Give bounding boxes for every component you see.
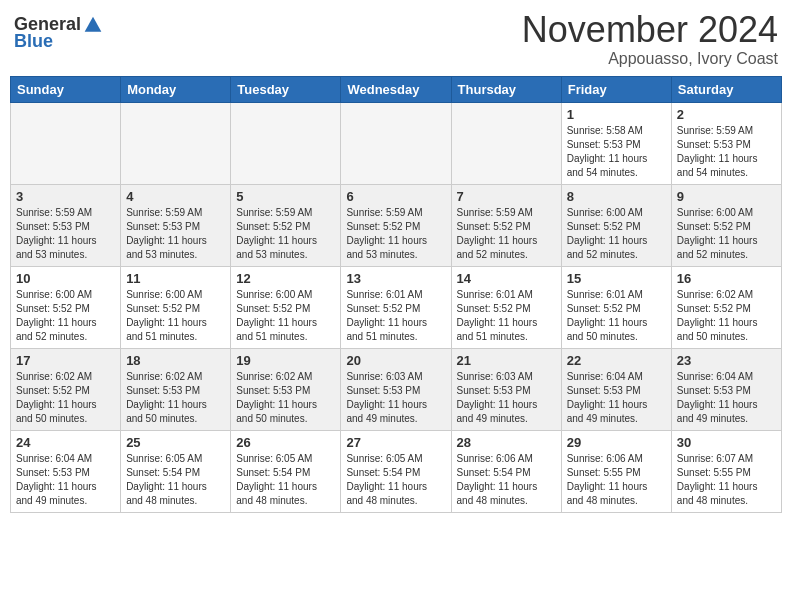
- weekday-header-sunday: Sunday: [11, 76, 121, 102]
- day-number: 12: [236, 271, 335, 286]
- calendar-week-row: 17Sunrise: 6:02 AM Sunset: 5:52 PM Dayli…: [11, 348, 782, 430]
- day-info: Sunrise: 5:59 AM Sunset: 5:53 PM Dayligh…: [16, 206, 115, 262]
- calendar-table: SundayMondayTuesdayWednesdayThursdayFrid…: [10, 76, 782, 513]
- day-info: Sunrise: 5:59 AM Sunset: 5:52 PM Dayligh…: [457, 206, 556, 262]
- day-info: Sunrise: 6:02 AM Sunset: 5:53 PM Dayligh…: [236, 370, 335, 426]
- day-number: 19: [236, 353, 335, 368]
- day-number: 4: [126, 189, 225, 204]
- day-number: 23: [677, 353, 776, 368]
- weekday-header-tuesday: Tuesday: [231, 76, 341, 102]
- weekday-header-row: SundayMondayTuesdayWednesdayThursdayFrid…: [11, 76, 782, 102]
- logo-icon: [83, 15, 103, 35]
- weekday-header-wednesday: Wednesday: [341, 76, 451, 102]
- day-number: 5: [236, 189, 335, 204]
- logo: General Blue: [14, 14, 103, 52]
- calendar-day-cell: [231, 102, 341, 184]
- day-info: Sunrise: 6:02 AM Sunset: 5:53 PM Dayligh…: [126, 370, 225, 426]
- day-number: 20: [346, 353, 445, 368]
- day-info: Sunrise: 5:59 AM Sunset: 5:53 PM Dayligh…: [677, 124, 776, 180]
- calendar-day-cell: 16Sunrise: 6:02 AM Sunset: 5:52 PM Dayli…: [671, 266, 781, 348]
- calendar-day-cell: 23Sunrise: 6:04 AM Sunset: 5:53 PM Dayli…: [671, 348, 781, 430]
- day-number: 8: [567, 189, 666, 204]
- calendar-day-cell: 17Sunrise: 6:02 AM Sunset: 5:52 PM Dayli…: [11, 348, 121, 430]
- calendar-day-cell: 8Sunrise: 6:00 AM Sunset: 5:52 PM Daylig…: [561, 184, 671, 266]
- logo-blue-text: Blue: [14, 31, 53, 52]
- calendar-day-cell: 15Sunrise: 6:01 AM Sunset: 5:52 PM Dayli…: [561, 266, 671, 348]
- day-info: Sunrise: 5:59 AM Sunset: 5:52 PM Dayligh…: [346, 206, 445, 262]
- calendar-day-cell: 11Sunrise: 6:00 AM Sunset: 5:52 PM Dayli…: [121, 266, 231, 348]
- calendar-day-cell: 12Sunrise: 6:00 AM Sunset: 5:52 PM Dayli…: [231, 266, 341, 348]
- calendar-day-cell: 1Sunrise: 5:58 AM Sunset: 5:53 PM Daylig…: [561, 102, 671, 184]
- day-info: Sunrise: 6:03 AM Sunset: 5:53 PM Dayligh…: [457, 370, 556, 426]
- day-info: Sunrise: 6:01 AM Sunset: 5:52 PM Dayligh…: [567, 288, 666, 344]
- calendar-week-row: 24Sunrise: 6:04 AM Sunset: 5:53 PM Dayli…: [11, 430, 782, 512]
- calendar-day-cell: 29Sunrise: 6:06 AM Sunset: 5:55 PM Dayli…: [561, 430, 671, 512]
- day-info: Sunrise: 6:00 AM Sunset: 5:52 PM Dayligh…: [567, 206, 666, 262]
- day-number: 9: [677, 189, 776, 204]
- calendar-day-cell: 28Sunrise: 6:06 AM Sunset: 5:54 PM Dayli…: [451, 430, 561, 512]
- calendar-day-cell: 4Sunrise: 5:59 AM Sunset: 5:53 PM Daylig…: [121, 184, 231, 266]
- calendar-day-cell: 30Sunrise: 6:07 AM Sunset: 5:55 PM Dayli…: [671, 430, 781, 512]
- day-number: 10: [16, 271, 115, 286]
- calendar-day-cell: 27Sunrise: 6:05 AM Sunset: 5:54 PM Dayli…: [341, 430, 451, 512]
- day-info: Sunrise: 6:04 AM Sunset: 5:53 PM Dayligh…: [16, 452, 115, 508]
- day-number: 2: [677, 107, 776, 122]
- day-info: Sunrise: 6:01 AM Sunset: 5:52 PM Dayligh…: [457, 288, 556, 344]
- day-info: Sunrise: 6:06 AM Sunset: 5:55 PM Dayligh…: [567, 452, 666, 508]
- calendar-day-cell: 25Sunrise: 6:05 AM Sunset: 5:54 PM Dayli…: [121, 430, 231, 512]
- day-number: 30: [677, 435, 776, 450]
- day-number: 16: [677, 271, 776, 286]
- calendar-day-cell: 21Sunrise: 6:03 AM Sunset: 5:53 PM Dayli…: [451, 348, 561, 430]
- day-number: 26: [236, 435, 335, 450]
- calendar-day-cell: 7Sunrise: 5:59 AM Sunset: 5:52 PM Daylig…: [451, 184, 561, 266]
- day-number: 24: [16, 435, 115, 450]
- day-info: Sunrise: 6:07 AM Sunset: 5:55 PM Dayligh…: [677, 452, 776, 508]
- day-info: Sunrise: 6:03 AM Sunset: 5:53 PM Dayligh…: [346, 370, 445, 426]
- day-info: Sunrise: 6:02 AM Sunset: 5:52 PM Dayligh…: [16, 370, 115, 426]
- day-number: 28: [457, 435, 556, 450]
- calendar-day-cell: 20Sunrise: 6:03 AM Sunset: 5:53 PM Dayli…: [341, 348, 451, 430]
- calendar-day-cell: 3Sunrise: 5:59 AM Sunset: 5:53 PM Daylig…: [11, 184, 121, 266]
- calendar-week-row: 3Sunrise: 5:59 AM Sunset: 5:53 PM Daylig…: [11, 184, 782, 266]
- day-number: 18: [126, 353, 225, 368]
- calendar-week-row: 10Sunrise: 6:00 AM Sunset: 5:52 PM Dayli…: [11, 266, 782, 348]
- calendar-day-cell: 2Sunrise: 5:59 AM Sunset: 5:53 PM Daylig…: [671, 102, 781, 184]
- day-info: Sunrise: 6:01 AM Sunset: 5:52 PM Dayligh…: [346, 288, 445, 344]
- calendar-day-cell: 19Sunrise: 6:02 AM Sunset: 5:53 PM Dayli…: [231, 348, 341, 430]
- svg-marker-0: [85, 16, 102, 31]
- day-number: 17: [16, 353, 115, 368]
- day-number: 7: [457, 189, 556, 204]
- day-number: 29: [567, 435, 666, 450]
- calendar-day-cell: 5Sunrise: 5:59 AM Sunset: 5:52 PM Daylig…: [231, 184, 341, 266]
- day-info: Sunrise: 6:04 AM Sunset: 5:53 PM Dayligh…: [677, 370, 776, 426]
- day-info: Sunrise: 6:06 AM Sunset: 5:54 PM Dayligh…: [457, 452, 556, 508]
- day-number: 1: [567, 107, 666, 122]
- location: Appouasso, Ivory Coast: [522, 50, 778, 68]
- month-title: November 2024: [522, 10, 778, 50]
- day-info: Sunrise: 6:05 AM Sunset: 5:54 PM Dayligh…: [126, 452, 225, 508]
- day-number: 15: [567, 271, 666, 286]
- day-info: Sunrise: 6:04 AM Sunset: 5:53 PM Dayligh…: [567, 370, 666, 426]
- day-info: Sunrise: 5:58 AM Sunset: 5:53 PM Dayligh…: [567, 124, 666, 180]
- day-number: 13: [346, 271, 445, 286]
- title-section: November 2024 Appouasso, Ivory Coast: [522, 10, 778, 68]
- day-number: 11: [126, 271, 225, 286]
- calendar-day-cell: 6Sunrise: 5:59 AM Sunset: 5:52 PM Daylig…: [341, 184, 451, 266]
- calendar-day-cell: 10Sunrise: 6:00 AM Sunset: 5:52 PM Dayli…: [11, 266, 121, 348]
- calendar-day-cell: 22Sunrise: 6:04 AM Sunset: 5:53 PM Dayli…: [561, 348, 671, 430]
- weekday-header-saturday: Saturday: [671, 76, 781, 102]
- day-info: Sunrise: 6:02 AM Sunset: 5:52 PM Dayligh…: [677, 288, 776, 344]
- calendar-day-cell: [11, 102, 121, 184]
- calendar-day-cell: 13Sunrise: 6:01 AM Sunset: 5:52 PM Dayli…: [341, 266, 451, 348]
- weekday-header-friday: Friday: [561, 76, 671, 102]
- calendar-day-cell: [341, 102, 451, 184]
- day-info: Sunrise: 6:00 AM Sunset: 5:52 PM Dayligh…: [677, 206, 776, 262]
- day-info: Sunrise: 6:05 AM Sunset: 5:54 PM Dayligh…: [346, 452, 445, 508]
- day-info: Sunrise: 5:59 AM Sunset: 5:52 PM Dayligh…: [236, 206, 335, 262]
- calendar-day-cell: 24Sunrise: 6:04 AM Sunset: 5:53 PM Dayli…: [11, 430, 121, 512]
- day-number: 22: [567, 353, 666, 368]
- day-number: 6: [346, 189, 445, 204]
- calendar-day-cell: 14Sunrise: 6:01 AM Sunset: 5:52 PM Dayli…: [451, 266, 561, 348]
- calendar-day-cell: 9Sunrise: 6:00 AM Sunset: 5:52 PM Daylig…: [671, 184, 781, 266]
- calendar-day-cell: 18Sunrise: 6:02 AM Sunset: 5:53 PM Dayli…: [121, 348, 231, 430]
